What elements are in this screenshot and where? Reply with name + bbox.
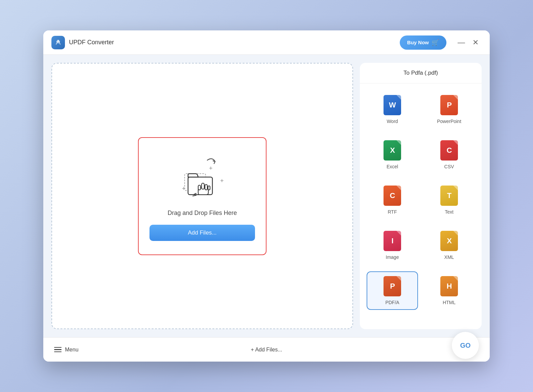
svg-text:+: + [220, 177, 224, 184]
format-icon-letter-excel: X [390, 146, 395, 155]
svg-rect-11 [198, 185, 201, 190]
format-label-excel: Excel [387, 164, 398, 169]
format-icon-xml: X [440, 231, 458, 251]
format-icon-csv: C [440, 140, 458, 161]
format-icon-letter-text: T [447, 191, 451, 200]
close-icon: ✕ [472, 38, 479, 47]
svg-rect-12 [208, 186, 210, 190]
format-icon-letter-csv: C [447, 146, 452, 155]
format-item-xml[interactable]: XXML [423, 226, 475, 265]
cart-icon: 🛒 [432, 39, 439, 46]
drop-zone-container: + + + [51, 63, 353, 329]
main-content: + + + [43, 55, 490, 337]
add-files-bottom-button[interactable]: + Add Files... [251, 347, 282, 353]
format-icon-letter-html: H [447, 282, 452, 291]
right-panel: To Pdfa (.pdf) WWordPPowerPointXExcelCCS… [360, 63, 482, 329]
svg-rect-9 [202, 183, 204, 189]
title-bar: UPDF Converter Buy Now 🛒 — ✕ [43, 30, 490, 55]
svg-rect-10 [205, 185, 207, 190]
panel-header: To Pdfa (.pdf) [360, 63, 482, 83]
svg-text:+: + [209, 165, 213, 172]
format-icon-ppt: P [440, 95, 458, 115]
add-files-bottom-label: + Add Files... [251, 347, 282, 353]
app-title: UPDF Converter [69, 39, 400, 46]
format-label-html: HTML [443, 300, 456, 305]
format-label-ppt: PowerPoint [437, 119, 461, 124]
buy-now-label: Buy Now [407, 40, 429, 45]
format-item-csv[interactable]: CCSV [423, 136, 475, 174]
format-icon-letter-pdfa: P [390, 282, 395, 291]
format-icon-letter-rtf: C [390, 191, 395, 200]
format-label-csv: CSV [444, 164, 454, 169]
menu-button[interactable]: Menu [54, 347, 78, 353]
app-logo [51, 36, 65, 49]
drop-illustration: + + + [175, 154, 229, 201]
go-button[interactable]: GO [452, 332, 479, 359]
format-item-ppt[interactable]: PPowerPoint [423, 90, 475, 129]
format-item-rtf[interactable]: CRTF [367, 181, 418, 219]
format-icon-letter-ppt: P [447, 101, 451, 109]
format-item-word[interactable]: WWord [367, 90, 418, 129]
format-item-image[interactable]: IImage [367, 226, 418, 265]
format-icon-letter-word: W [389, 101, 396, 109]
svg-point-2 [59, 40, 60, 41]
format-icon-letter-image: I [391, 237, 393, 245]
drag-text: Drag and Drop Files Here [167, 210, 237, 217]
hamburger-icon [54, 347, 62, 352]
format-icon-text: T [440, 186, 458, 206]
go-label: GO [460, 342, 470, 349]
format-label-rtf: RTF [388, 209, 397, 215]
minimize-icon: — [458, 38, 465, 47]
format-label-xml: XML [444, 254, 454, 260]
format-icon-rtf: C [384, 186, 401, 206]
svg-point-1 [57, 40, 57, 41]
buy-now-button[interactable]: Buy Now 🛒 [400, 35, 446, 50]
format-item-html[interactable]: HHTML [423, 271, 475, 310]
format-item-text[interactable]: TText [423, 181, 475, 219]
format-label-text: Text [445, 209, 454, 215]
format-icon-pdfa: P [384, 276, 401, 296]
format-item-excel[interactable]: XExcel [367, 136, 418, 174]
app-window: UPDF Converter Buy Now 🛒 — ✕ [43, 30, 490, 362]
svg-line-14 [193, 195, 196, 196]
format-label-pdfa: PDF/A [385, 300, 399, 305]
bottom-bar: Menu + Add Files... GO [43, 337, 490, 362]
format-icon-excel: X [384, 140, 401, 161]
close-button[interactable]: ✕ [469, 36, 482, 49]
format-icon-image: I [384, 231, 401, 251]
menu-label: Menu [65, 347, 78, 353]
format-item-pdfa[interactable]: PPDF/A [367, 271, 418, 310]
drop-zone[interactable]: + + + [138, 137, 266, 255]
format-icon-word: W [384, 95, 401, 115]
format-label-image: Image [386, 254, 399, 260]
add-files-button[interactable]: Add Files... [149, 225, 255, 241]
format-icon-letter-xml: X [447, 237, 451, 245]
minimize-button[interactable]: — [455, 36, 467, 49]
format-icon-html: H [440, 276, 458, 296]
format-grid: WWordPPowerPointXExcelCCSVCRTFTTextIImag… [360, 83, 482, 317]
format-label-word: Word [387, 119, 398, 124]
